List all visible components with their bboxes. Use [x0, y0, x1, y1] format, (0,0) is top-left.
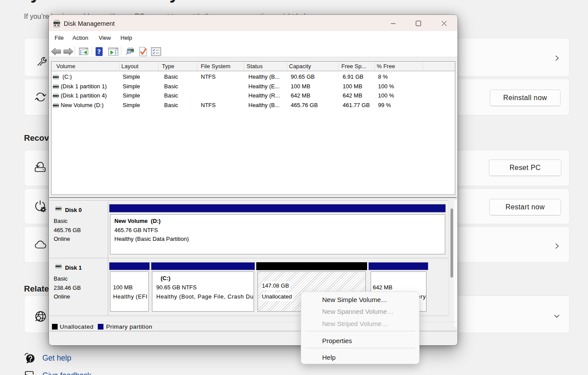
svg-text:?: ?: [98, 49, 101, 55]
